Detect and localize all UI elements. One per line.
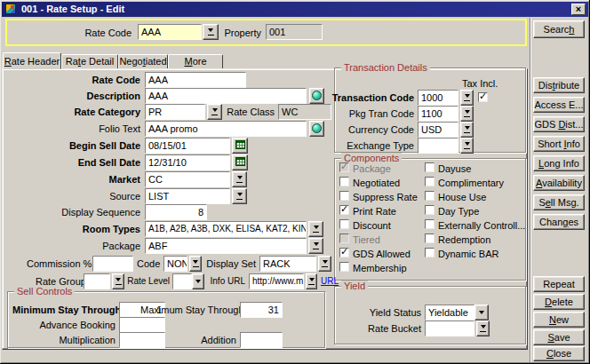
pkg-tran-code-field[interactable]: 1100: [418, 106, 458, 122]
rate-category-lov-button[interactable]: [207, 104, 222, 120]
multiplication-field[interactable]: [119, 332, 165, 348]
tab-rate-detail[interactable]: Rate Detail: [61, 54, 118, 69]
sell-msg-button[interactable]: Sell Msg.: [533, 194, 585, 210]
membership-checkbox[interactable]: [339, 262, 349, 272]
rate-level-field[interactable]: [172, 273, 192, 289]
close-icon[interactable]: [571, 4, 586, 15]
negotiated-checkbox[interactable]: [339, 177, 349, 186]
code-label: Code: [137, 258, 160, 269]
externally-controll-checkbox[interactable]: [425, 219, 435, 229]
gds-allowed-checkbox[interactable]: ✓: [339, 248, 349, 257]
suppress-rate-checkbox-label: Suppress Rate: [353, 192, 418, 202]
top-rate-code-label: Rate Code: [53, 28, 132, 38]
rate-bucket-lov-button[interactable]: [476, 320, 490, 336]
room-types-lov-button[interactable]: [308, 221, 323, 237]
addition-field[interactable]: [240, 332, 283, 348]
begin-sell-date-field[interactable]: 08/15/01: [145, 138, 230, 154]
availability-button[interactable]: Availability: [533, 175, 585, 191]
advance-booking-field[interactable]: [119, 317, 165, 333]
rate-code-field[interactable]: AAA: [145, 72, 246, 88]
close-button[interactable]: Close: [533, 346, 585, 361]
code-lov-button[interactable]: [189, 256, 202, 272]
lov-arrow-icon: [465, 142, 470, 148]
rate-level-combo-button[interactable]: [192, 273, 204, 289]
print-rate-checkbox[interactable]: ✓: [339, 205, 349, 215]
commission-field[interactable]: [92, 256, 133, 272]
house-use-checkbox[interactable]: [425, 191, 435, 201]
room-types-field[interactable]: A1B, A2B, A3B, DXK, ELISA, KAT2, KING, K…: [145, 221, 307, 237]
rate-category-field[interactable]: PR: [145, 104, 205, 120]
day-type-checkbox[interactable]: [425, 205, 435, 215]
discount-checkbox[interactable]: [339, 219, 349, 229]
lov-bar-icon: [236, 182, 243, 183]
changes-button[interactable]: Changes: [533, 214, 585, 230]
dynamic-bar-checkbox[interactable]: [425, 248, 435, 257]
lov-bar-icon: [308, 284, 315, 285]
access-e-button[interactable]: Access E...: [533, 97, 585, 113]
begin-sell-date-calendar-button[interactable]: [232, 138, 248, 154]
description-label: Description: [25, 91, 140, 101]
description-field[interactable]: AAA: [145, 88, 307, 104]
save-button[interactable]: Save: [533, 329, 585, 345]
gds-dist-button[interactable]: GDS Dist...: [533, 116, 585, 132]
rate-bucket-field[interactable]: [425, 320, 474, 336]
source-lov-button[interactable]: [232, 188, 247, 204]
yield-status-combo-button[interactable]: [474, 305, 489, 320]
short-info-button[interactable]: Short Info: [533, 136, 585, 152]
tab-rate-header[interactable]: Rate Header: [3, 52, 61, 69]
exchange-type-lov-button[interactable]: [460, 138, 474, 154]
long-info-button[interactable]: Long Info: [533, 155, 585, 171]
display-set-field[interactable]: RACK: [259, 256, 316, 272]
top-rate-code-field[interactable]: AAA: [138, 24, 202, 40]
info-url-field[interactable]: http://www.ms: [249, 273, 304, 289]
end-sell-date-calendar-button[interactable]: [232, 154, 248, 170]
exchange-type-field[interactable]: [418, 138, 458, 154]
package-field[interactable]: ABF: [145, 238, 307, 254]
tab-more[interactable]: More: [168, 54, 223, 69]
rate-group-lov-button[interactable]: [112, 273, 124, 289]
description-translate-button[interactable]: [309, 88, 324, 104]
tab-negotiated[interactable]: Negotiated: [118, 54, 168, 69]
rate-group-field[interactable]: [84, 273, 110, 289]
transaction-code-field[interactable]: 1000: [418, 90, 458, 106]
display-set-lov-button[interactable]: [318, 256, 331, 272]
pkg-tran-code-lov-button[interactable]: [460, 106, 474, 122]
folio-text-translate-button[interactable]: [309, 121, 324, 137]
globe-icon: [312, 91, 322, 100]
suppress-rate-checkbox[interactable]: [339, 191, 349, 201]
lov-bar-icon: [480, 331, 486, 332]
display-set-label: Display Set: [204, 258, 256, 269]
rate-code-lov-button[interactable]: [203, 24, 219, 40]
new-button[interactable]: New: [533, 312, 585, 328]
delete-button[interactable]: Delete: [533, 294, 585, 310]
url-link[interactable]: URL: [321, 276, 339, 287]
check-icon: ✓: [340, 161, 348, 172]
market-field[interactable]: CC: [145, 171, 230, 187]
package-lov-button[interactable]: [308, 238, 323, 254]
tax-incl-checkbox[interactable]: ✓: [478, 92, 488, 102]
code-field[interactable]: NON: [163, 256, 187, 272]
currency-code-label: Currency Code: [331, 124, 414, 135]
complimentary-checkbox[interactable]: [425, 177, 435, 186]
display-sequence-field[interactable]: 8: [145, 204, 207, 220]
redemption-checkbox[interactable]: [425, 233, 435, 243]
maximum-stay-field[interactable]: 31: [240, 302, 283, 318]
repeat-button[interactable]: Repeat: [533, 276, 585, 292]
begin-sell-date-label: Begin Sell Date: [25, 140, 140, 151]
end-sell-date-field[interactable]: 12/31/10: [145, 154, 230, 170]
package-label: Package: [25, 241, 140, 251]
rate-code-label: Rate Code: [25, 75, 140, 85]
folio-text-field[interactable]: AAA promo: [145, 121, 307, 137]
dayuse-checkbox[interactable]: [425, 162, 435, 172]
search-button[interactable]: Search: [533, 20, 585, 38]
lov-arrow-icon: [481, 325, 486, 331]
yield-status-field[interactable]: Yieldable: [425, 305, 474, 320]
currency-code-lov-button[interactable]: [460, 122, 474, 138]
info-url-lov-button[interactable]: [306, 273, 317, 289]
transaction-code-lov-button[interactable]: [460, 90, 474, 106]
currency-code-field[interactable]: USD: [418, 122, 458, 138]
source-field[interactable]: LIST: [145, 188, 230, 204]
distribute-button[interactable]: Distribute: [533, 77, 585, 93]
market-lov-button[interactable]: [232, 171, 247, 187]
source-label: Source: [25, 191, 140, 202]
